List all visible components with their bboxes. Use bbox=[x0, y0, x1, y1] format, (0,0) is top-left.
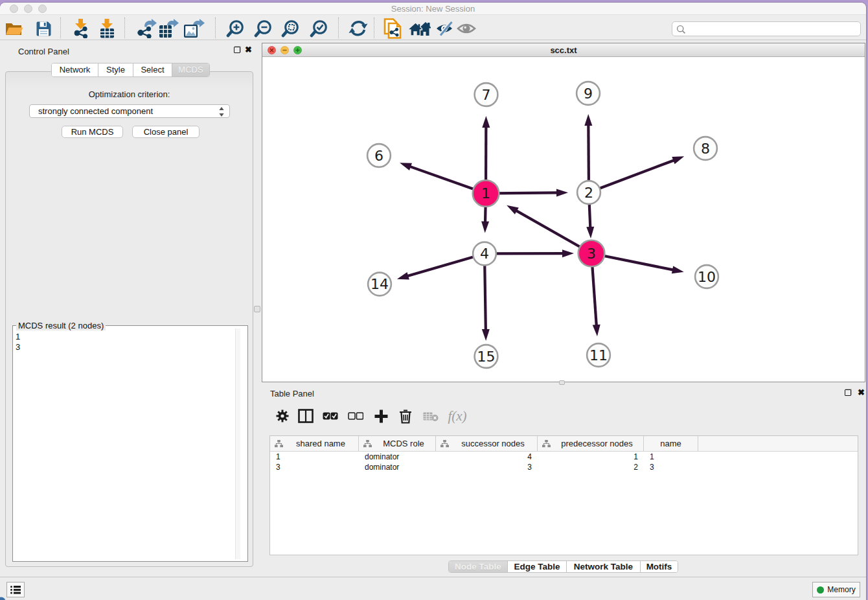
graph-node-label: 2 bbox=[584, 185, 593, 201]
network-frame-title: scc.txt bbox=[262, 43, 865, 57]
graph-edge-2-8[interactable] bbox=[589, 160, 675, 192]
graph-node-label: 3 bbox=[587, 246, 596, 262]
graph-edge-arrowhead bbox=[400, 163, 412, 170]
first-neighbors-icon[interactable] bbox=[408, 17, 431, 40]
import-table-icon[interactable] bbox=[97, 17, 117, 40]
graph-edge-arrowhead bbox=[482, 329, 490, 341]
graph-node-label: 11 bbox=[589, 347, 608, 363]
control-panel-close-button[interactable]: ✖ bbox=[245, 47, 252, 53]
control-panel-float-button[interactable] bbox=[234, 47, 240, 53]
show-all-icon[interactable] bbox=[457, 17, 476, 40]
mcds-result-scrollbar[interactable] bbox=[235, 329, 240, 559]
graph-edge-arrowhead bbox=[593, 325, 600, 336]
tab-style[interactable]: Style bbox=[98, 63, 133, 76]
frame-minimize-button[interactable] bbox=[280, 46, 289, 54]
table-cell[interactable]: dominator bbox=[359, 462, 436, 472]
table-row[interactable]: 3dominator323 bbox=[270, 462, 858, 472]
table-cell[interactable]: dominator bbox=[359, 452, 436, 462]
column-header-shared-name[interactable]: shared name bbox=[270, 436, 359, 451]
graph-node-label: 7 bbox=[482, 87, 491, 103]
main-area: Control Panel ✖ Network Style Select MCD… bbox=[0, 40, 866, 577]
optimization-criterion-select[interactable]: strongly connected component bbox=[29, 104, 230, 118]
tab-motifs[interactable]: Motifs bbox=[641, 561, 678, 572]
memory-status-icon bbox=[817, 586, 824, 594]
export-image-icon[interactable] bbox=[182, 17, 207, 40]
table-tabs: Node Table Edge Table Network Table Moti… bbox=[448, 560, 678, 573]
graph-edge-arrowhead bbox=[586, 227, 594, 238]
tab-network[interactable]: Network bbox=[52, 63, 98, 76]
table-panel: Table Panel ✖ bbox=[262, 386, 865, 577]
table-cell[interactable]: 3 bbox=[436, 462, 538, 472]
vertical-split-handle[interactable] bbox=[254, 306, 260, 312]
export-table-icon[interactable] bbox=[157, 17, 181, 40]
control-panel: Control Panel ✖ Network Style Select MCD… bbox=[0, 40, 253, 577]
select-all-rows-icon[interactable] bbox=[322, 404, 339, 428]
tab-mcds[interactable]: MCDS bbox=[172, 63, 209, 76]
search-field[interactable] bbox=[672, 21, 861, 36]
window-titlebar: Session: New Session bbox=[0, 3, 866, 15]
column-settings-icon[interactable] bbox=[275, 404, 290, 428]
mcds-result-text[interactable]: 1 3 bbox=[16, 332, 20, 352]
tab-node-table[interactable]: Node Table bbox=[449, 561, 508, 572]
zoom-selected-icon[interactable] bbox=[309, 17, 328, 40]
apply-layout-icon[interactable] bbox=[348, 17, 369, 40]
window-minimize-button[interactable] bbox=[24, 5, 32, 13]
run-mcds-button[interactable]: Run MCDS bbox=[62, 126, 123, 138]
graph-node-label: 14 bbox=[371, 276, 389, 292]
table-cell[interactable]: 3 bbox=[644, 462, 698, 472]
column-header-label: successor nodes bbox=[449, 439, 537, 448]
table-cell[interactable]: 1 bbox=[644, 452, 698, 462]
frame-maximize-button[interactable] bbox=[293, 46, 302, 54]
horizontal-split-handle[interactable] bbox=[559, 380, 565, 385]
create-column-icon[interactable] bbox=[374, 404, 388, 428]
graph-node-label: 1 bbox=[481, 185, 490, 202]
tab-network-table[interactable]: Network Table bbox=[567, 561, 641, 572]
delete-columns-icon[interactable] bbox=[398, 404, 413, 428]
graph-node-label: 9 bbox=[584, 86, 593, 102]
graph-edge-arrowhead bbox=[397, 272, 409, 280]
table-panel-float-button[interactable] bbox=[845, 389, 851, 396]
network-frame-titlebar: scc.txt bbox=[262, 43, 865, 57]
table-row[interactable]: 1dominator411 bbox=[270, 452, 858, 462]
table-cell[interactable]: 1 bbox=[270, 452, 359, 462]
open-session-icon[interactable] bbox=[5, 17, 24, 40]
toolbar-separator bbox=[60, 17, 61, 38]
tab-select[interactable]: Select bbox=[133, 63, 172, 76]
column-header-name[interactable]: name bbox=[644, 436, 698, 451]
save-session-icon[interactable] bbox=[34, 17, 53, 40]
column-header-MCDS-role[interactable]: MCDS role bbox=[359, 436, 436, 451]
table-cell[interactable]: 2 bbox=[538, 462, 644, 472]
zoom-fit-icon[interactable] bbox=[280, 17, 300, 40]
table-cell[interactable]: 4 bbox=[436, 452, 538, 462]
table-panel-close-button[interactable]: ✖ bbox=[858, 389, 865, 396]
table-toolbar: f(x) bbox=[269, 404, 858, 428]
hide-selected-icon[interactable] bbox=[435, 17, 456, 40]
shared-column-icon bbox=[275, 440, 283, 448]
window-close-button[interactable] bbox=[10, 5, 18, 13]
optimization-criterion-value: strongly connected component bbox=[38, 106, 153, 116]
tab-edge-table[interactable]: Edge Table bbox=[508, 561, 567, 572]
search-input[interactable] bbox=[688, 23, 856, 35]
close-panel-button[interactable]: Close panel bbox=[132, 126, 200, 138]
zoom-in-icon[interactable] bbox=[225, 17, 245, 40]
memory-button[interactable]: Memory bbox=[812, 582, 860, 597]
deselect-all-rows-icon[interactable] bbox=[347, 404, 364, 428]
window-zoom-button[interactable] bbox=[38, 5, 47, 13]
frame-close-button[interactable] bbox=[268, 46, 276, 54]
column-header-successor-nodes[interactable]: successor nodes bbox=[436, 436, 538, 451]
new-network-from-selection-icon[interactable] bbox=[382, 17, 403, 40]
show-log-button[interactable] bbox=[6, 582, 25, 597]
table-mode-icon[interactable] bbox=[297, 404, 314, 428]
column-header-filler bbox=[698, 436, 858, 451]
network-canvas[interactable]: 1234678910111415 bbox=[262, 57, 865, 382]
optimization-criterion-label: Optimization criterion: bbox=[6, 89, 253, 99]
export-network-icon[interactable] bbox=[135, 17, 159, 40]
table-cell[interactable]: 3 bbox=[270, 462, 359, 472]
function-builder-icon[interactable]: f(x) bbox=[444, 404, 470, 428]
zoom-out-icon[interactable] bbox=[253, 17, 273, 40]
table-cell[interactable]: 1 bbox=[538, 452, 644, 462]
delete-table-icon[interactable] bbox=[422, 404, 439, 428]
column-header-predecessor-nodes[interactable]: predecessor nodes bbox=[538, 436, 644, 451]
main-toolbar bbox=[0, 16, 866, 40]
import-network-icon[interactable] bbox=[70, 17, 91, 40]
